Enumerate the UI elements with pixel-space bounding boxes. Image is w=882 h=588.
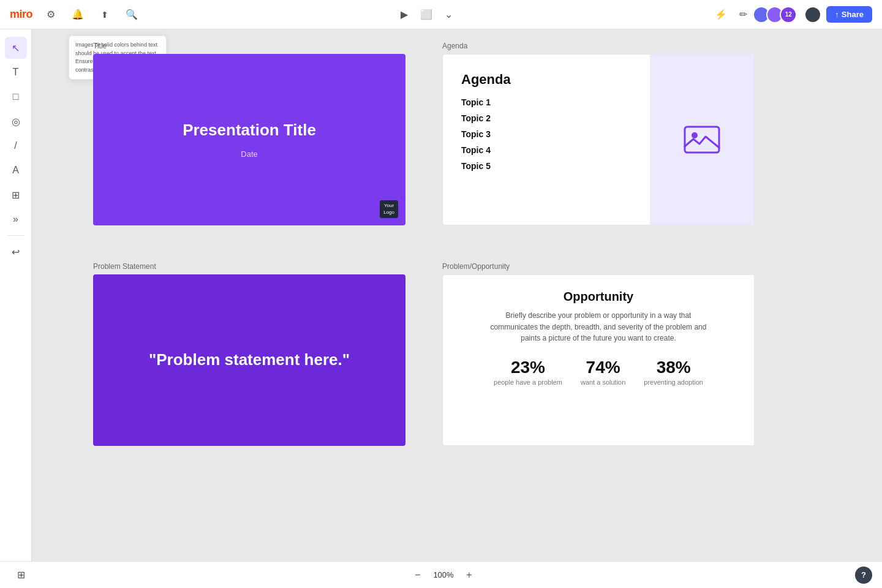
agenda-item-1: Topic 1 bbox=[461, 97, 631, 107]
stat-2-label: want a solution bbox=[581, 379, 625, 386]
agenda-left: Agenda Topic 1 Topic 2 Topic 3 Topic 4 T… bbox=[443, 55, 650, 225]
bottombar-left: ⊞ bbox=[10, 564, 32, 586]
problem-slide[interactable]: "Problem statement here." bbox=[93, 274, 405, 446]
stat-2-number: 74% bbox=[581, 358, 625, 377]
logo-placeholder: Your Logo bbox=[380, 200, 398, 218]
topbar-center: ▶ ⬜ ⌄ bbox=[396, 6, 457, 23]
opportunity-title: Opportunity bbox=[564, 290, 633, 304]
bottombar-right: ? bbox=[855, 567, 872, 584]
more-view-icon[interactable]: ⌄ bbox=[440, 6, 457, 23]
comment-icon[interactable]: ✏ bbox=[734, 6, 752, 23]
opportunity-description: Briefly describe your problem or opportu… bbox=[482, 310, 715, 344]
zoom-controls: − 100% + bbox=[409, 567, 478, 584]
agenda-slide[interactable]: Agenda Topic 1 Topic 2 Topic 3 Topic 4 T… bbox=[442, 54, 755, 225]
presentation-date: Date bbox=[241, 149, 257, 159]
title-slide-wrapper: Title Presentation Title Date Your Logo bbox=[93, 42, 405, 225]
agenda-image-placeholder bbox=[650, 55, 754, 225]
stamp-icon: ◎ bbox=[12, 116, 20, 127]
left-sidebar: ↖ T □ ◎ / A ⊞ » ↩ bbox=[0, 29, 32, 588]
opportunity-slide-wrapper: Problem/Opportunity Opportunity Briefly … bbox=[442, 262, 755, 446]
zoom-level-display: 100% bbox=[431, 570, 456, 579]
frame-view-icon[interactable]: ⬜ bbox=[418, 6, 435, 23]
stat-1-label: people have a problem bbox=[494, 379, 562, 386]
image-placeholder-icon bbox=[684, 124, 720, 155]
opportunity-slide[interactable]: Opportunity Briefly describe your proble… bbox=[442, 274, 755, 446]
presentation-title: Presentation Title bbox=[183, 121, 316, 140]
upload-icon[interactable]: ⬆ bbox=[96, 6, 113, 23]
pen-tool[interactable]: / bbox=[5, 135, 27, 157]
sidebar-divider bbox=[7, 235, 24, 236]
pen-icon: / bbox=[14, 140, 17, 151]
frame-icon: ⊞ bbox=[12, 189, 20, 201]
stat-1-number: 23% bbox=[494, 358, 562, 377]
agenda-item-3: Topic 3 bbox=[461, 129, 631, 139]
cursor-tool[interactable]: ↖ bbox=[5, 37, 27, 59]
share-button[interactable]: ↑ Share bbox=[826, 6, 872, 23]
agenda-item-5: Topic 5 bbox=[461, 161, 631, 171]
svg-point-1 bbox=[692, 132, 698, 138]
title-slide[interactable]: Presentation Title Date Your Logo bbox=[93, 54, 405, 225]
frame-tool[interactable]: ⊞ bbox=[5, 184, 27, 206]
topbar: miro ⚙ 🔔 ⬆ 🔍 ▶ ⬜ ⌄ ⚡ ✏ 12 ↑ Share bbox=[0, 0, 882, 29]
topbar-right: ⚡ ✏ 12 ↑ Share bbox=[712, 6, 872, 23]
stamp-tool[interactable]: ◎ bbox=[5, 110, 27, 132]
zoom-in-button[interactable]: + bbox=[461, 567, 478, 584]
stats-row: 23% people have a problem 74% want a sol… bbox=[494, 358, 703, 386]
present-icon[interactable]: ▶ bbox=[396, 6, 413, 23]
topbar-left: miro ⚙ 🔔 ⬆ 🔍 bbox=[10, 6, 140, 23]
problem-slide-label: Problem Statement bbox=[93, 262, 405, 271]
stat-1: 23% people have a problem bbox=[494, 358, 562, 386]
bottombar: ⊞ − 100% + ? bbox=[0, 561, 882, 588]
minimap-button[interactable]: ⊞ bbox=[10, 564, 32, 586]
user-avatar[interactable] bbox=[804, 6, 821, 23]
agenda-slide-label: Agenda bbox=[442, 42, 755, 50]
undo-button[interactable]: ↩ bbox=[5, 241, 27, 263]
cursor-icon: ↖ bbox=[12, 42, 20, 54]
notifications-icon[interactable]: 🔔 bbox=[69, 6, 86, 23]
stat-3-label: preventing adoption bbox=[644, 379, 703, 386]
avatar-group: 12 bbox=[756, 6, 797, 23]
miro-logo[interactable]: miro bbox=[10, 8, 32, 21]
avatar-count: 12 bbox=[780, 6, 797, 23]
sticky-tool[interactable]: □ bbox=[5, 86, 27, 108]
agenda-item-4: Topic 4 bbox=[461, 145, 631, 155]
opportunity-slide-label: Problem/Opportunity bbox=[442, 262, 755, 271]
title-slide-label: Title bbox=[93, 42, 405, 50]
font-icon: A bbox=[12, 165, 19, 176]
help-button[interactable]: ? bbox=[855, 567, 872, 584]
agenda-heading: Agenda bbox=[461, 72, 631, 88]
search-icon[interactable]: 🔍 bbox=[123, 6, 140, 23]
font-tool[interactable]: A bbox=[5, 159, 27, 181]
stat-2: 74% want a solution bbox=[581, 358, 625, 386]
share-icon: ↑ bbox=[835, 10, 839, 19]
zoom-out-button[interactable]: − bbox=[409, 567, 426, 584]
problem-slide-wrapper: Problem Statement "Problem statement her… bbox=[93, 262, 405, 446]
slides-grid: Title Presentation Title Date Your Logo … bbox=[93, 42, 755, 446]
problem-statement-text: "Problem statement here." bbox=[124, 349, 374, 371]
more-icon: » bbox=[13, 214, 18, 225]
settings-icon[interactable]: ⚙ bbox=[42, 6, 59, 23]
text-tool[interactable]: T bbox=[5, 61, 27, 83]
agenda-item-2: Topic 2 bbox=[461, 113, 631, 123]
stat-3-number: 38% bbox=[644, 358, 703, 377]
canvas[interactable]: Images or solid colors behind text shoul… bbox=[32, 29, 882, 561]
agenda-slide-wrapper: Agenda Agenda Topic 1 Topic 2 Topic 3 To… bbox=[442, 42, 755, 225]
filter-icon[interactable]: ⚡ bbox=[712, 6, 729, 23]
more-tools[interactable]: » bbox=[5, 208, 27, 230]
text-icon: T bbox=[13, 67, 19, 78]
stat-3: 38% preventing adoption bbox=[644, 358, 703, 386]
undo-icon: ↩ bbox=[12, 246, 20, 258]
sticky-icon: □ bbox=[13, 91, 19, 102]
minimap-icon: ⊞ bbox=[17, 569, 25, 581]
